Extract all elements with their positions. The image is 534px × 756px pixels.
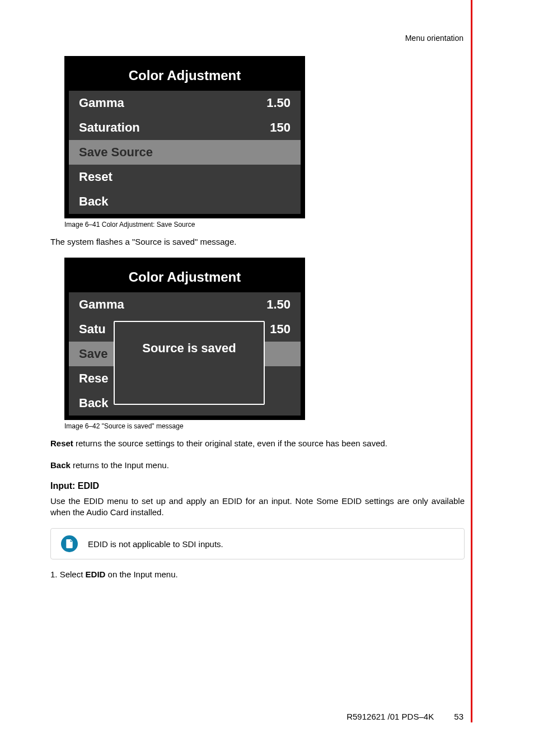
image-caption: Image 6–41 Color Adjustment: Save Source — [64, 221, 465, 228]
menu-value: 1.50 — [266, 297, 291, 312]
vertical-rule — [471, 0, 472, 715]
toast-text: Source is saved — [142, 341, 236, 356]
menu-label: Gamma — [79, 297, 124, 312]
paragraph: The system flashes a "Source is saved" m… — [50, 236, 465, 248]
menu-title: Color Adjustment — [69, 60, 301, 91]
note-callout: EDID is not applicable to SDI inputs. — [50, 528, 465, 559]
menu-label: Gamma — [79, 96, 124, 110]
menu-label: Back — [79, 194, 109, 209]
menu-item-reset[interactable]: Reset — [69, 165, 301, 189]
text: returns to the Input menu. — [71, 460, 169, 470]
term-reset: Reset — [50, 438, 73, 448]
menu-item-saturation[interactable]: Saturation 150 — [69, 115, 301, 140]
footer-rule — [471, 710, 472, 722]
image-caption: Image 6–42 "Source is saved" message — [64, 422, 465, 430]
menu-label: Save — [79, 347, 107, 361]
menu-label: Rese — [79, 371, 109, 386]
menu-panel-color-adjustment: Color Adjustment Gamma 1.50 Saturation 1… — [64, 56, 305, 218]
paragraph: Back returns to the Input menu. — [50, 460, 465, 471]
menu-label: Save Source — [79, 145, 153, 160]
note-icon — [61, 535, 78, 552]
menu-value: 150 — [270, 322, 291, 337]
toast-message: Source is saved — [114, 321, 265, 405]
step-bold: EDID — [86, 570, 106, 579]
step-prefix: 1. Select — [50, 570, 86, 579]
section-heading: Input: EDID — [50, 481, 465, 491]
note-text: EDID is not applicable to SDI inputs. — [88, 539, 223, 549]
menu-label: Reset — [79, 170, 113, 184]
menu-item-gamma[interactable]: Gamma 1.50 — [69, 292, 301, 317]
menu-label: Satu — [79, 322, 106, 337]
menu-label: Saturation — [79, 120, 140, 135]
term-back: Back — [50, 460, 71, 470]
menu-title: Color Adjustment — [69, 262, 301, 292]
menu-item-gamma[interactable]: Gamma 1.50 — [69, 91, 301, 115]
page-footer: R5912621 /01 PDS–4K 53 — [0, 712, 463, 721]
text: returns the source settings to their ori… — [73, 438, 387, 448]
page: Menu orientation Color Adjustment Gamma … — [0, 0, 534, 756]
content-area: Color Adjustment Gamma 1.50 Saturation 1… — [50, 56, 465, 579]
menu-panel-color-adjustment-saved: Color Adjustment Gamma 1.50 Satu 150 Sav… — [64, 258, 305, 420]
paragraph: Reset returns the source settings to the… — [50, 438, 465, 449]
menu-value: 1.50 — [266, 96, 291, 110]
doc-id: R5912621 /01 PDS–4K — [346, 712, 434, 721]
menu-item-save-source[interactable]: Save Source — [69, 140, 301, 165]
page-header: Menu orientation — [0, 34, 463, 43]
menu-value: 150 — [270, 120, 291, 135]
step-suffix: on the Input menu. — [105, 570, 177, 579]
menu-label: Back — [79, 396, 109, 410]
menu-item-back[interactable]: Back — [69, 189, 301, 214]
paragraph: Use the EDID menu to set up and apply an… — [50, 496, 465, 519]
step-item: 1. Select EDID on the Input menu. — [50, 570, 465, 579]
page-number: 53 — [454, 712, 463, 721]
